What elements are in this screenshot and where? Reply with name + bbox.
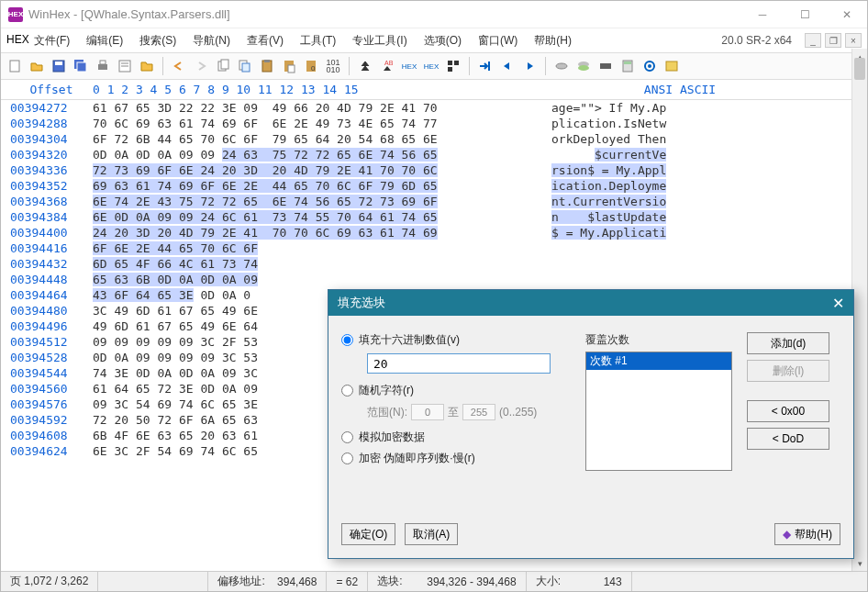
findtext-icon[interactable]: AB bbox=[377, 56, 397, 76]
menu-nav[interactable]: 导航(N) bbox=[185, 30, 238, 51]
mdi-minimize[interactable]: _ bbox=[805, 33, 821, 48]
properties-icon[interactable] bbox=[115, 56, 135, 76]
find-icon[interactable] bbox=[355, 56, 375, 76]
ascii-cell[interactable]: plication.IsNetw bbox=[533, 116, 808, 131]
radio-hex-row[interactable]: 填充十六进制数值(v) bbox=[341, 332, 571, 348]
menu-tools[interactable]: 工具(T) bbox=[293, 30, 343, 51]
findhex2-icon[interactable]: HEX bbox=[421, 56, 441, 76]
dod-button[interactable]: < DoD bbox=[747, 428, 829, 450]
hex-row[interactable]: 0039428870 6C 69 63 61 74 69 6F 6E 2E 49… bbox=[1, 116, 867, 131]
zero-button[interactable]: < 0x00 bbox=[747, 400, 829, 422]
goto-icon[interactable] bbox=[475, 56, 495, 76]
hex-cell[interactable]: 6F 72 6B 44 65 70 6C 6F 79 65 64 20 54 6… bbox=[93, 131, 533, 147]
binary-icon[interactable]: 101010 bbox=[323, 56, 343, 76]
hex-row[interactable]: 003944326D 65 4F 66 4C 61 73 74 bbox=[1, 256, 867, 272]
save-icon[interactable] bbox=[49, 56, 69, 76]
ram-icon[interactable] bbox=[595, 56, 616, 76]
dialog-close-icon[interactable]: ✕ bbox=[832, 295, 844, 312]
hex-row[interactable]: 003943686E 74 2E 43 75 72 72 65 6E 74 56… bbox=[1, 194, 867, 209]
hex-row[interactable]: 003943046F 72 6B 44 65 70 6C 6F 79 65 64… bbox=[1, 131, 867, 147]
hex-cell[interactable]: 6E 74 2E 43 75 72 72 65 6E 74 56 65 72 7… bbox=[93, 194, 533, 209]
saveall-icon[interactable] bbox=[71, 56, 91, 76]
radio-enc-row[interactable]: 加密 伪随即序列数·慢(r) bbox=[341, 451, 571, 466]
hex-cell[interactable]: 24 20 3D 20 4D 79 2E 41 70 70 6C 69 63 6… bbox=[93, 225, 533, 240]
more-icon[interactable] bbox=[662, 56, 682, 76]
copy-icon[interactable] bbox=[213, 56, 233, 76]
hex-cell[interactable]: 65 63 6B 0D 0A 0D 0A 09 bbox=[93, 272, 533, 287]
scroll-thumb[interactable] bbox=[854, 58, 865, 80]
hex-row[interactable]: 003943200D 0A 0D 0A 09 09 24 63 75 72 72… bbox=[1, 147, 867, 162]
hex-cell[interactable]: 69 63 61 74 69 6F 6E 2E 44 65 70 6C 6F 7… bbox=[93, 178, 533, 194]
menu-edit[interactable]: 编辑(E) bbox=[79, 30, 130, 51]
calc-icon[interactable] bbox=[618, 56, 638, 76]
hex-row[interactable]: 0039440024 20 3D 20 4D 79 2E 41 70 70 6C… bbox=[1, 225, 867, 240]
radio-hex[interactable] bbox=[341, 334, 353, 346]
open-icon[interactable] bbox=[27, 56, 47, 76]
hex-row[interactable]: 0039427261 67 65 3D 22 22 3E 09 49 66 20… bbox=[1, 100, 867, 116]
print-icon[interactable] bbox=[93, 56, 113, 76]
minimize-button[interactable]: ─ bbox=[750, 6, 775, 24]
radio-sim[interactable] bbox=[341, 431, 353, 443]
ascii-cell[interactable]: age=""> If My.Ap bbox=[533, 100, 808, 116]
ascii-cell[interactable]: $ = My.Applicati bbox=[533, 225, 808, 240]
cancel-button[interactable]: 取消(A) bbox=[405, 523, 458, 545]
hex-row[interactable]: 003944166F 6E 2E 44 65 70 6C 6F bbox=[1, 240, 867, 256]
mdi-close[interactable]: × bbox=[845, 33, 862, 48]
hex-cell[interactable]: 6E 0D 0A 09 09 24 6C 61 73 74 55 70 64 6… bbox=[93, 209, 533, 225]
hex-cell[interactable]: 0D 0A 0D 0A 09 09 24 63 75 72 72 65 6E 7… bbox=[93, 147, 533, 162]
forward-icon[interactable] bbox=[519, 56, 540, 76]
menu-help[interactable]: 帮助(H) bbox=[527, 30, 579, 51]
ascii-cell[interactable] bbox=[533, 240, 808, 256]
back-icon[interactable] bbox=[497, 56, 517, 76]
close-button[interactable]: ✕ bbox=[834, 6, 860, 24]
menu-pro[interactable]: 专业工具(I) bbox=[345, 30, 414, 51]
ok-button[interactable]: 确定(O) bbox=[341, 523, 395, 545]
hex-cell[interactable]: 6F 6E 2E 44 65 70 6C 6F bbox=[93, 240, 533, 256]
disk-icon[interactable] bbox=[551, 56, 572, 76]
ascii-cell[interactable] bbox=[533, 256, 808, 272]
radio-enc[interactable] bbox=[341, 452, 353, 464]
copy2-icon[interactable] bbox=[235, 56, 255, 76]
hex-row[interactable]: 0039435269 63 61 74 69 6F 6E 2E 44 65 70… bbox=[1, 178, 867, 194]
undo-icon[interactable] bbox=[169, 56, 189, 76]
menu-window[interactable]: 窗口(W) bbox=[471, 30, 525, 51]
ascii-cell[interactable]: n $lastUpdate bbox=[533, 209, 808, 225]
hex-cell[interactable]: 6D 65 4F 66 4C 61 73 74 bbox=[93, 256, 533, 272]
folder-icon[interactable] bbox=[137, 56, 157, 76]
redo-icon[interactable] bbox=[191, 56, 211, 76]
dialog-titlebar[interactable]: 填充选块 ✕ bbox=[328, 290, 853, 316]
hex-row[interactable]: 003943846E 0D 0A 09 09 24 6C 61 73 74 55… bbox=[1, 209, 867, 225]
menu-search[interactable]: 搜索(S) bbox=[132, 30, 184, 51]
insp-icon[interactable] bbox=[640, 56, 660, 76]
disk2-icon[interactable] bbox=[573, 56, 594, 76]
menu-view[interactable]: 查看(V) bbox=[239, 30, 291, 51]
hex-cell[interactable]: 70 6C 69 63 61 74 69 6F 6E 2E 49 73 4E 6… bbox=[93, 116, 533, 131]
paste-icon[interactable] bbox=[257, 56, 277, 76]
add-button[interactable]: 添加(d) bbox=[747, 332, 829, 354]
ascii-cell[interactable]: ication.Deployme bbox=[533, 178, 808, 194]
radio-random-row[interactable]: 随机字符(r) bbox=[341, 383, 571, 398]
findhex-icon[interactable]: HEX bbox=[399, 56, 419, 76]
hex-row[interactable]: 0039444865 63 6B 0D 0A 0D 0A 09 bbox=[1, 272, 867, 287]
radio-sim-row[interactable]: 模拟加密数据 bbox=[341, 430, 571, 445]
passes-listbox[interactable]: 次数 #1 bbox=[585, 352, 732, 471]
hex-value-input[interactable] bbox=[367, 353, 551, 374]
menu-file[interactable]: 文件(F) bbox=[27, 30, 77, 51]
hex-cell[interactable]: 61 67 65 3D 22 22 3E 09 49 66 20 4D 79 2… bbox=[93, 100, 533, 116]
ascii-cell[interactable]: rsion$ = My.Appl bbox=[533, 162, 808, 178]
mdi-restore[interactable]: ❐ bbox=[825, 33, 841, 48]
hex-cell[interactable]: 72 73 69 6F 6E 24 20 3D 20 4D 79 2E 41 7… bbox=[93, 162, 533, 178]
paste3-icon[interactable]: 0 bbox=[301, 56, 321, 76]
ascii-cell[interactable]: nt.CurrentVersio bbox=[533, 194, 808, 209]
help-button[interactable]: ◆帮助(H) bbox=[774, 523, 840, 545]
maximize-button[interactable]: ☐ bbox=[792, 6, 818, 24]
new-icon[interactable] bbox=[5, 56, 25, 76]
ascii-cell[interactable]: $currentVe bbox=[533, 147, 808, 162]
scroll-down-icon[interactable]: ▾ bbox=[852, 555, 867, 571]
ascii-cell[interactable]: orkDeployed Then bbox=[533, 131, 808, 147]
radio-random[interactable] bbox=[341, 385, 353, 397]
ascii-cell[interactable] bbox=[533, 272, 808, 287]
pass-item-1[interactable]: 次数 #1 bbox=[586, 352, 731, 370]
paste2-icon[interactable] bbox=[279, 56, 299, 76]
hex-row[interactable]: 0039433672 73 69 6F 6E 24 20 3D 20 4D 79… bbox=[1, 162, 867, 178]
